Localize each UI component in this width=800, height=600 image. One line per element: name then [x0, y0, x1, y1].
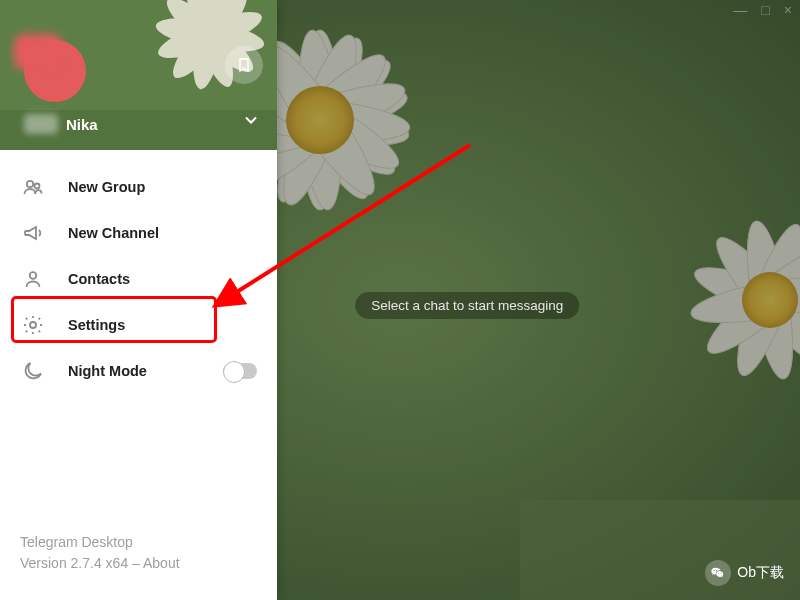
sidebar-item-label: New Group: [68, 179, 145, 195]
window-controls: — □ ×: [725, 0, 800, 22]
sidebar-header: Nika: [0, 0, 277, 150]
bookmark-icon: [236, 56, 252, 74]
watermark-badge: Ob下载: [705, 560, 784, 586]
version-line[interactable]: Version 2.7.4 x64 – About: [20, 553, 257, 574]
svg-point-38: [30, 272, 37, 279]
moon-icon: [20, 359, 46, 383]
app-name: Telegram Desktop: [20, 532, 257, 553]
sidebar-item-label: New Channel: [68, 225, 159, 241]
night-mode-toggle[interactable]: [223, 363, 257, 379]
sidebar-item-night-mode[interactable]: Night Mode: [0, 348, 277, 394]
account-expand-button[interactable]: [241, 110, 261, 134]
sidebar-item-new-group[interactable]: New Group: [0, 164, 277, 210]
minimize-button[interactable]: —: [733, 2, 747, 20]
username-row[interactable]: Nika: [24, 114, 98, 134]
gear-icon: [20, 313, 46, 337]
sidebar-item-contacts[interactable]: Contacts: [0, 256, 277, 302]
username-blur: [24, 114, 58, 134]
sidebar-footer: Telegram Desktop Version 2.7.4 x64 – Abo…: [0, 532, 277, 600]
svg-point-36: [27, 181, 33, 187]
sidebar-drawer: Nika New Group New Channel Contacts: [0, 0, 277, 600]
sidebar-item-label: Night Mode: [68, 363, 147, 379]
maximize-button[interactable]: □: [761, 2, 769, 20]
watermark-text: Ob下载: [737, 564, 784, 582]
sidebar-item-label: Settings: [68, 317, 125, 333]
person-icon: [20, 267, 46, 291]
sidebar-item-label: Contacts: [68, 271, 130, 287]
megaphone-icon: [20, 221, 46, 245]
saved-messages-button[interactable]: [225, 46, 263, 84]
sidebar-item-new-channel[interactable]: New Channel: [0, 210, 277, 256]
group-icon: [20, 175, 46, 199]
chevron-down-icon: [241, 110, 261, 130]
wechat-icon: [705, 560, 731, 586]
svg-point-37: [35, 184, 40, 189]
username-label: Nika: [66, 116, 98, 133]
avatar[interactable]: [24, 40, 86, 102]
sidebar-menu: New Group New Channel Contacts Settings …: [0, 150, 277, 394]
empty-chat-hint: Select a chat to start messaging: [355, 292, 579, 319]
sidebar-item-settings[interactable]: Settings: [0, 302, 277, 348]
close-button[interactable]: ×: [784, 2, 792, 20]
svg-point-39: [30, 322, 36, 328]
